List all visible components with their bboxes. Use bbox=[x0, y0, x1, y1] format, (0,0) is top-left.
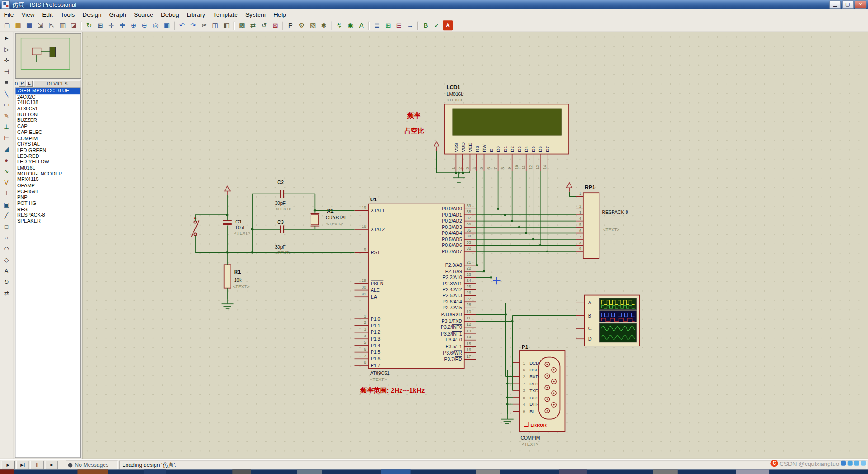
sim-stop-button[interactable]: ■ bbox=[45, 461, 58, 469]
device-item-buzzer[interactable]: BUZZER bbox=[15, 118, 80, 123]
component-c2[interactable]: C2 30pF <TEXT> bbox=[275, 179, 292, 212]
menu-file[interactable]: File bbox=[0, 10, 18, 18]
mirror-horizontal-icon[interactable]: ⇄ bbox=[1, 288, 11, 299]
taskbar-item[interactable] bbox=[476, 469, 500, 474]
device-item-motor-encoder[interactable]: MOTOR-ENCODER bbox=[15, 171, 80, 177]
device-item-res[interactable]: RES bbox=[15, 206, 80, 212]
device-item-mpx4115[interactable]: MPX4115 bbox=[15, 177, 80, 183]
menu-source[interactable]: Source bbox=[130, 10, 157, 18]
generator-mode-icon[interactable]: ∿ bbox=[1, 166, 11, 176]
rotate-clockwise-icon[interactable]: ↻ bbox=[1, 277, 11, 287]
taskbar-item[interactable] bbox=[297, 469, 322, 474]
menu-system[interactable]: System bbox=[241, 10, 269, 18]
property-assignment-icon[interactable]: A bbox=[357, 20, 367, 30]
text-script-mode-icon[interactable]: ≡ bbox=[1, 77, 11, 88]
device-item-opamp[interactable]: OPAMP bbox=[15, 183, 80, 189]
redraw-icon[interactable]: ↻ bbox=[84, 20, 94, 30]
pan-icon[interactable]: ✚ bbox=[118, 20, 127, 30]
2d-text-mode-icon[interactable]: A bbox=[1, 266, 11, 276]
component-mode-icon[interactable]: ▷ bbox=[1, 44, 11, 55]
electrical-rule-check-icon[interactable]: ✓ bbox=[432, 20, 442, 30]
pick-devices-button[interactable]: P bbox=[19, 80, 26, 87]
menu-help[interactable]: Help bbox=[269, 10, 290, 18]
zoom-out-icon[interactable]: ⊖ bbox=[140, 20, 150, 30]
device-item-led-yellow[interactable]: LED-YELLOW bbox=[15, 159, 80, 165]
instant-edit-mode-icon[interactable]: ✎ bbox=[1, 111, 11, 121]
component-oscilloscope[interactable] bbox=[584, 295, 639, 346]
new-sheet-icon[interactable]: ⊞ bbox=[383, 20, 393, 30]
taskbar-item[interactable] bbox=[144, 469, 166, 474]
device-item-7seg-mpx8-cc-blue[interactable]: 7SEG-MPX8-CC-BLUE bbox=[15, 88, 80, 94]
schematic-sheet[interactable]: U1 AT89C51 <TEXT> LCD1 LM016L <TEXT> bbox=[82, 32, 868, 459]
decompose-icon[interactable]: ✱ bbox=[319, 20, 329, 30]
2d-circle-mode-icon[interactable]: ○ bbox=[1, 232, 11, 243]
taskbar-item[interactable] bbox=[653, 469, 678, 474]
junction-dot-mode-icon[interactable]: ✛ bbox=[1, 55, 11, 66]
wire-label-mode-icon[interactable]: ⊣ bbox=[1, 66, 11, 77]
device-item-compim[interactable]: COMPIM bbox=[15, 135, 80, 141]
current-probe-mode-icon[interactable]: I bbox=[1, 188, 11, 199]
device-item-speaker[interactable]: SPEAKER bbox=[15, 218, 80, 224]
component-r1[interactable]: R1 10k <TEXT> bbox=[224, 265, 250, 289]
undo-icon[interactable]: ↶ bbox=[177, 20, 187, 30]
ground-terminal[interactable] bbox=[501, 414, 514, 424]
2d-line-mode-icon[interactable]: ╱ bbox=[1, 210, 11, 221]
device-item-74hc138[interactable]: 74HC138 bbox=[15, 100, 80, 106]
make-device-icon[interactable]: ⚙ bbox=[297, 20, 307, 30]
zoom-area-icon[interactable]: ▣ bbox=[162, 20, 172, 30]
2d-path-mode-icon[interactable]: ◇ bbox=[1, 255, 11, 265]
taskbar-item[interactable] bbox=[77, 469, 108, 474]
taskbar-item[interactable] bbox=[736, 469, 769, 474]
sim-step-button[interactable]: ▶| bbox=[16, 461, 29, 469]
menu-edit[interactable]: Edit bbox=[38, 10, 57, 18]
subcircuit-mode-icon[interactable]: ▭ bbox=[1, 100, 11, 110]
device-pin-mode-icon[interactable]: ⊢ bbox=[1, 133, 11, 143]
tape-recorder-mode-icon[interactable]: ● bbox=[1, 155, 11, 166]
ground-terminal[interactable] bbox=[453, 173, 465, 182]
save-design-icon[interactable]: ▦ bbox=[24, 20, 34, 30]
taskbar-item[interactable] bbox=[232, 469, 251, 474]
device-item-pnp[interactable]: PNP bbox=[15, 194, 80, 200]
overview-window[interactable] bbox=[15, 33, 81, 78]
redo-icon[interactable]: ↷ bbox=[188, 20, 198, 30]
menu-template[interactable]: Template bbox=[209, 10, 242, 18]
taskbar-item[interactable] bbox=[0, 469, 14, 474]
menu-graph[interactable]: Graph bbox=[105, 10, 130, 18]
device-item-button[interactable]: BUTTON bbox=[15, 112, 80, 118]
block-move-icon[interactable]: ⇄ bbox=[248, 20, 258, 30]
device-item-led-green[interactable]: LED-GREEN bbox=[15, 147, 80, 153]
device-item-pot-hg[interactable]: POT-HG bbox=[15, 200, 80, 206]
device-item-lm016l[interactable]: LM016L bbox=[15, 165, 80, 171]
device-item-cap-elec[interactable]: CAP-ELEC bbox=[15, 129, 80, 135]
netlist-to-ares-icon[interactable]: A bbox=[443, 20, 453, 30]
menu-tools[interactable]: Tools bbox=[57, 10, 79, 18]
design-explorer-icon[interactable]: ≣ bbox=[372, 20, 382, 30]
device-item-cap[interactable]: CAP bbox=[15, 123, 80, 129]
search-and-tag-icon[interactable]: ◉ bbox=[345, 20, 355, 30]
close-button[interactable]: × bbox=[855, 0, 867, 9]
menu-design[interactable]: Design bbox=[79, 10, 105, 18]
menu-view[interactable]: View bbox=[18, 10, 38, 18]
menu-debug[interactable]: Debug bbox=[157, 10, 183, 18]
graph-mode-icon[interactable]: ◢ bbox=[1, 144, 11, 154]
power-terminal[interactable] bbox=[566, 183, 572, 192]
goto-sheet-icon[interactable]: → bbox=[405, 20, 415, 30]
selection-mode-icon[interactable]: ➤ bbox=[1, 33, 11, 43]
menu-library[interactable]: Library bbox=[183, 10, 209, 18]
false-origin-icon[interactable]: ✛ bbox=[106, 20, 116, 30]
taskbar-item[interactable] bbox=[381, 469, 410, 474]
device-item-respack-8[interactable]: RESPACK-8 bbox=[15, 213, 80, 218]
maximize-button[interactable]: ▢ bbox=[842, 0, 854, 9]
copy-icon[interactable]: ◫ bbox=[210, 20, 220, 30]
component-p1-compim[interactable]: P1 ERROR COMPIM <TEXT> bbox=[519, 344, 565, 446]
schematic-canvas[interactable]: U1 AT89C51 <TEXT> LCD1 LM016L <TEXT> bbox=[82, 32, 868, 459]
print-icon[interactable]: ▥ bbox=[57, 20, 67, 30]
virtual-instruments-mode-icon[interactable]: ▣ bbox=[1, 199, 11, 210]
open-design-icon[interactable]: ▤ bbox=[13, 20, 23, 30]
export-section-icon[interactable]: ⇱ bbox=[47, 20, 57, 30]
packaging-tool-icon[interactable]: ▧ bbox=[308, 20, 318, 30]
sim-pause-button[interactable]: || bbox=[30, 461, 43, 469]
bill-of-materials-icon[interactable]: B bbox=[421, 20, 431, 30]
voltage-probe-mode-icon[interactable]: V bbox=[1, 177, 11, 188]
block-rotate-icon[interactable]: ↺ bbox=[259, 20, 269, 30]
